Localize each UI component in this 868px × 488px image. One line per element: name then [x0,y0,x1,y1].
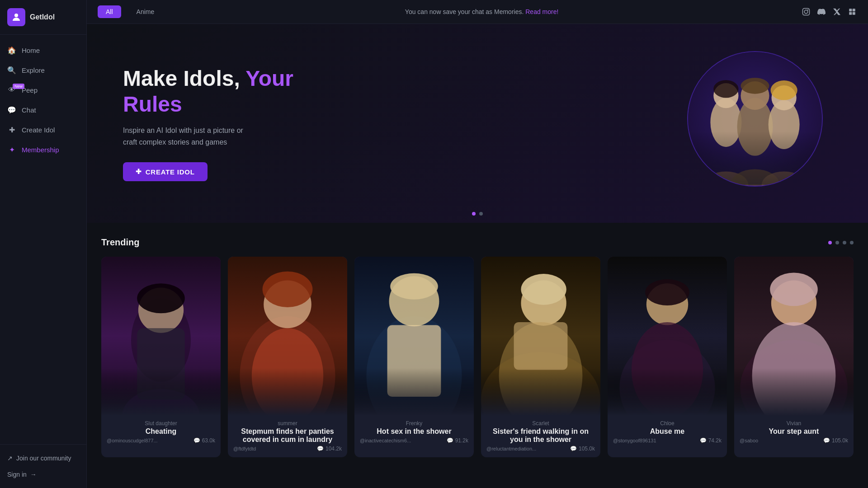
sidebar-item-explore[interactable]: 🔍 Explore [0,60,86,80]
hero-subtitle-line1: Inspire an AI Idol with just a picture o… [123,127,243,134]
trending-dot-2[interactable] [835,241,839,244]
hero-content: Make Idols, Your Rules Inspire an AI Ido… [123,66,358,181]
tab-all[interactable]: All [98,5,121,18]
sidebar-item-label: Explore [22,66,45,74]
hero-carousel-dots [472,212,483,216]
create-idol-button[interactable]: ✚ CREATE IDOL [123,162,208,181]
card-footer-2: @ftdfytdtd 💬 104.2k [233,446,342,452]
card-name-4: Sister's friend walking in on you in the… [486,427,595,444]
home-icon: 🏠 [7,46,16,55]
card-image-3 [354,257,474,416]
trending-cards-grid: Slut daughter Cheating @ominouscudgel877… [101,257,854,472]
trending-card-6[interactable]: Vivian Your step aunt @saboo 💬 105.0k [734,257,854,457]
card-comments-5: 💬 74.2k [700,437,722,444]
svg-rect-34 [228,257,347,416]
card-username-4: @reluctantmediation... [486,446,536,451]
trending-card-5[interactable]: Chloe Abuse me @stonygoof896131 💬 74.2k [608,257,727,457]
hero-image-circle [687,51,823,187]
sidebar-item-home[interactable]: 🏠 Home [0,40,86,60]
card-footer-6: @saboo 💬 105.0k [740,437,848,444]
card-footer-4: @reluctantmediation... 💬 105.0k [486,446,595,452]
svg-rect-6 [849,12,852,15]
sidebar-item-peep[interactable]: 👁 Peep New [0,80,86,100]
social-icons [801,7,857,17]
card-body-1: Slut daughter Cheating @ominouscudgel877… [101,416,221,449]
create-idol-label: CREATE IDOL [146,168,195,176]
discord-icon[interactable] [816,7,826,17]
instagram-icon[interactable] [801,7,811,17]
trending-carousel-dots [828,241,854,244]
card-name-1: Cheating [107,427,215,436]
plus-icon: ✚ [136,168,142,176]
card-image-6 [734,257,854,416]
card-body-5: Chloe Abuse me @stonygoof896131 💬 74.2k [608,416,727,449]
card-image-5 [608,257,727,416]
tab-anime[interactable]: Anime [128,5,163,18]
trending-header: Trending [101,237,854,248]
trending-card-2[interactable]: summer Stepmum finds her panties covered… [228,257,347,457]
trending-dot-4[interactable] [850,241,854,244]
card-comments-1: 💬 63.0k [193,437,215,444]
comment-icon-5: 💬 [700,437,707,444]
trending-card-1[interactable]: Slut daughter Cheating @ominouscudgel877… [101,257,221,457]
join-community-link[interactable]: ↗ Join our community [0,450,86,466]
comment-icon-1: 💬 [193,437,200,444]
sign-in-link[interactable]: Sign in → [0,466,86,483]
svg-rect-21 [688,51,822,185]
join-community-label: Join our community [16,455,71,462]
chat-icon: 💬 [7,105,16,114]
svg-point-3 [807,9,808,10]
card-footer-5: @stonygoof896131 💬 74.2k [613,437,722,444]
notice-link[interactable]: Read more! [525,8,558,15]
card-username-2: @ftdfytdtd [233,446,256,451]
new-badge: New [13,84,24,89]
sidebar-item-membership[interactable]: ✦ Membership [0,140,86,160]
card-body-6: Vivian Your step aunt @saboo 💬 105.0k [734,416,854,449]
other-icon[interactable] [847,7,857,17]
main-content: All Anime You can now save your chat as … [87,0,868,488]
trending-card-3[interactable]: Frenky Hot sex in the shower @inactiveca… [354,257,474,457]
trending-dot-3[interactable] [843,241,846,244]
hero-dot-1[interactable] [472,212,476,216]
hero-subtitle-line2: craft complex stories and games [123,138,227,146]
comment-count-1: 63.0k [202,437,215,444]
sign-in-label: Sign in [7,471,27,478]
hero-dot-2[interactable] [479,212,483,216]
svg-rect-40 [354,257,474,416]
sidebar-item-chat[interactable]: 💬 Chat [0,100,86,120]
sidebar-bottom: ↗ Join our community Sign in → [0,444,86,488]
hero-figures [688,51,822,186]
sidebar: GetIdol 🏠 Home 🔍 Explore 👁 Peep New 💬 Ch… [0,0,87,488]
card-body-4: Scarlet Sister's friend walking in on yo… [481,416,600,457]
logo-icon [7,8,25,26]
sidebar-item-create-idol[interactable]: ✚ Create Idol [0,120,86,140]
comment-icon-3: 💬 [447,437,453,444]
card-username-1: @ominouscudgel877... [107,438,158,443]
hero-subtitle: Inspire an AI Idol with just a picture o… [123,125,358,148]
external-link-icon: ↗ [7,455,13,462]
card-creator-1: Slut daughter [107,420,215,427]
trending-dot-1[interactable] [828,241,832,244]
card-name-3: Hot sex in the shower [360,427,468,436]
card-creator-3: Frenky [360,420,468,427]
comment-count-6: 105.0k [832,437,848,444]
hero-title: Make Idols, Your Rules [123,66,358,117]
comment-icon-6: 💬 [823,437,830,444]
card-creator-4: Scarlet [486,420,595,427]
explore-icon: 🔍 [7,66,16,75]
hero-section: Make Idols, Your Rules Inspire an AI Ido… [87,24,868,223]
card-image-2 [228,257,347,416]
comment-count-4: 105.0k [579,446,595,452]
svg-rect-59 [734,257,854,416]
twitter-icon[interactable] [832,7,842,17]
card-creator-5: Chloe [613,420,722,427]
card-image-1 [101,257,221,416]
card-creator-2: summer [233,420,342,427]
sidebar-item-label: Home [22,47,40,54]
membership-icon: ✦ [7,145,16,154]
hero-image [687,51,832,196]
card-image-4 [481,257,600,416]
card-username-6: @saboo [740,438,758,443]
trending-card-4[interactable]: Scarlet Sister's friend walking in on yo… [481,257,600,457]
comment-count-2: 104.2k [326,446,342,452]
